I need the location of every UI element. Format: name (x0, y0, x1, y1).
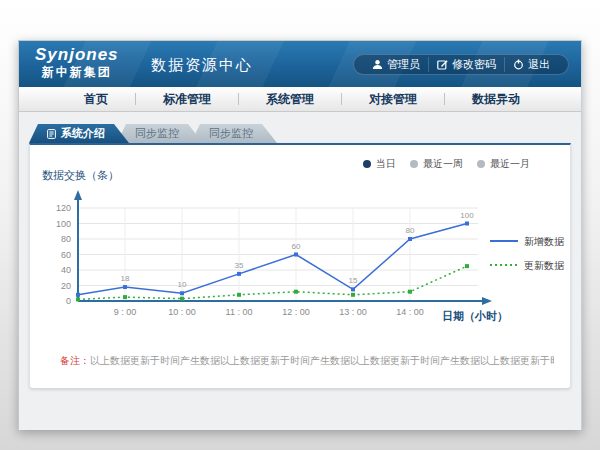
app-window: Synjones 新中新集团 数据资源中心 管理员 修改密码 退出 (18, 40, 582, 430)
data-point (465, 222, 469, 226)
data-point (351, 287, 355, 291)
footnote: 备注：以上数据更新于时间产生数据以上数据更新于时间产生数据以上数据更新于时间产生… (60, 354, 554, 368)
user-menu-change-password-label: 修改密码 (452, 57, 496, 72)
radio-today-label: 当日 (376, 157, 396, 171)
nav-item-system-mgmt[interactable]: 系统管理 (239, 91, 341, 108)
data-point (408, 290, 412, 294)
legend-label-1: 更新数据 (524, 260, 565, 271)
user-menu-logout[interactable]: 退出 (504, 57, 558, 72)
y-axis-arrow (74, 190, 82, 200)
nav-item-home[interactable]: 首页 (57, 91, 135, 108)
tab-bar: 系统介绍 同步监控 同步监控 (29, 124, 581, 143)
nav-item-data-change[interactable]: 数据异动 (445, 91, 547, 108)
page-title: 数据资源中心 (151, 56, 253, 75)
legend-label-0: 新增数据 (524, 236, 565, 247)
data-point (294, 290, 298, 294)
data-point (76, 293, 80, 297)
user-menu-admin-label: 管理员 (387, 57, 420, 72)
x-axis-arrow (482, 297, 492, 305)
user-menu-logout-label: 退出 (528, 57, 550, 72)
brand-name: Synjones (35, 45, 119, 65)
x-tick-label: 13 : 00 (339, 307, 367, 317)
logout-icon (513, 59, 524, 70)
app-header: Synjones 新中新集团 数据资源中心 管理员 修改密码 退出 (19, 41, 581, 87)
user-menu-change-password[interactable]: 修改密码 (428, 57, 504, 72)
tab-sync-monitor-2[interactable]: 同步监控 (191, 124, 277, 143)
brand-logo[interactable]: Synjones 新中新集团 (35, 45, 119, 80)
x-tick-label: 11 : 00 (226, 307, 253, 317)
user-menu-admin[interactable]: 管理员 (364, 57, 428, 72)
radio-last-month-label: 最近一月 (490, 157, 530, 171)
data-point (408, 237, 412, 241)
tab-system-intro[interactable]: 系统介绍 (29, 124, 129, 143)
data-point-label: 80 (406, 226, 415, 235)
radio-dot (410, 160, 418, 168)
radio-dot (363, 160, 371, 168)
y-axis-title: 数据交换（条） (42, 169, 119, 181)
data-point (180, 291, 184, 295)
x-tick-label: 9 : 00 (114, 307, 137, 317)
data-point (180, 297, 184, 301)
x-tick-label: 14 : 00 (396, 307, 424, 317)
data-point (76, 297, 80, 301)
data-point (123, 295, 127, 299)
chart-wrap: 0204060801001209 : 0010 : 0011 : 0012 : … (38, 151, 578, 343)
user-icon (372, 59, 383, 70)
radio-last-week-label: 最近一周 (423, 157, 463, 171)
nav-item-standard-mgmt[interactable]: 标准管理 (136, 91, 238, 108)
data-point-label: 60 (292, 242, 301, 251)
radio-today[interactable]: 当日 (363, 157, 396, 171)
x-tick-label: 12 : 00 (282, 307, 310, 317)
y-tick-label: 40 (61, 265, 71, 275)
y-tick-label: 120 (56, 203, 71, 213)
y-tick-label: 100 (56, 219, 71, 229)
document-icon (47, 129, 56, 139)
data-point-label: 35 (235, 261, 244, 270)
line-chart: 0204060801001209 : 0010 : 0011 : 0012 : … (38, 151, 578, 339)
footnote-prefix: 备注： (60, 355, 90, 366)
chart-panel: 当日 最近一周 最近一月 0204060801001209 : 0010 : 0… (29, 143, 571, 389)
data-point (237, 272, 241, 276)
tab-label: 系统介绍 (61, 124, 105, 143)
radio-last-month[interactable]: 最近一月 (477, 157, 530, 171)
series-line-1 (78, 266, 467, 299)
data-point-label: 15 (349, 276, 358, 285)
data-point (294, 253, 298, 257)
edit-icon (437, 59, 448, 70)
data-point (123, 285, 127, 289)
data-point (237, 293, 241, 297)
data-point-label: 18 (121, 274, 130, 283)
tab-sync-monitor-1[interactable]: 同步监控 (117, 124, 203, 143)
y-tick-label: 60 (61, 250, 71, 260)
brand-company: 新中新集团 (35, 65, 119, 80)
radio-dot (477, 160, 485, 168)
x-tick-label: 10 : 00 (168, 307, 196, 317)
data-point (465, 264, 469, 268)
x-axis-title: 日期（小时） (442, 310, 508, 323)
data-point-label: 10 (178, 280, 187, 289)
y-tick-label: 20 (61, 281, 71, 291)
footnote-text: 以上数据更新于时间产生数据以上数据更新于时间产生数据以上数据更新于时间产生数据以… (90, 355, 554, 366)
y-tick-label: 80 (61, 234, 71, 244)
main-nav: 首页 标准管理 系统管理 对接管理 数据异动 (19, 87, 581, 112)
data-point (351, 293, 355, 297)
user-menu: 管理员 修改密码 退出 (353, 54, 569, 75)
nav-item-interface-mgmt[interactable]: 对接管理 (342, 91, 444, 108)
y-tick-label: 0 (66, 296, 71, 306)
radio-last-week[interactable]: 最近一周 (410, 157, 463, 171)
content-area: 系统介绍 同步监控 同步监控 当日 最近一周 最近一月 (19, 112, 581, 430)
data-point-label: 100 (460, 211, 474, 220)
period-filter: 当日 最近一周 最近一月 (363, 157, 530, 171)
